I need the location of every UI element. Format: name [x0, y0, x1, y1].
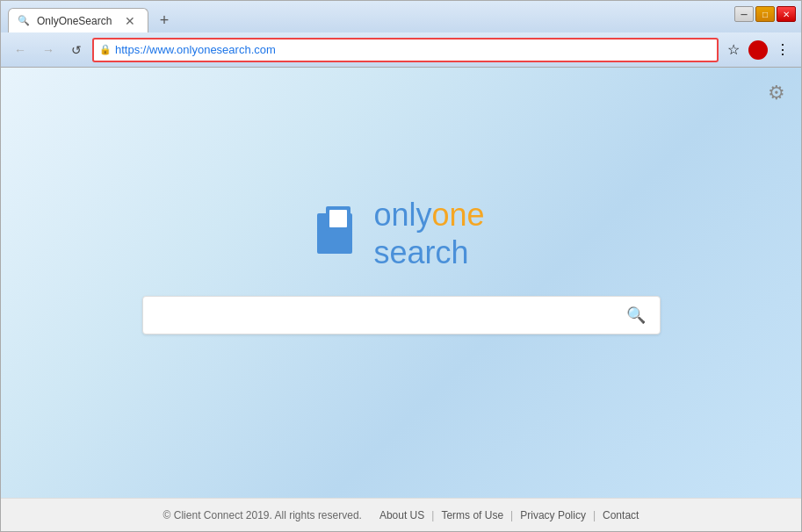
- logo-one: one: [431, 197, 484, 233]
- tab-area: 🔍 OnlyOneSearch ✕ +: [1, 8, 798, 32]
- extension-button[interactable]: [748, 40, 768, 60]
- logo-icon: [317, 206, 363, 261]
- new-tab-button[interactable]: +: [152, 10, 177, 31]
- logo-search: search: [373, 234, 484, 271]
- search-input[interactable]: [154, 308, 623, 323]
- reload-button[interactable]: ↺: [64, 38, 89, 62]
- tab-title: OnlyOneSearch: [37, 15, 114, 27]
- copyright-text: © Client Connect 2019. All rights reserv…: [163, 509, 362, 521]
- settings-icon[interactable]: ⚙: [768, 82, 785, 104]
- bookmark-star-button[interactable]: ☆: [722, 39, 745, 61]
- footer-links: About US | Terms of Use | Privacy Policy…: [379, 509, 639, 521]
- title-bar: 🔍 OnlyOneSearch ✕ + ─ □ ✕: [1, 1, 801, 32]
- browser-window: 🔍 OnlyOneSearch ✕ + ─ □ ✕ ← → ↺ 🔒 ☆ ⋮ ⚙: [0, 0, 802, 532]
- footer-contact-link[interactable]: Contact: [603, 509, 639, 521]
- footer-about-link[interactable]: About US: [379, 509, 424, 521]
- footer-sep-2: |: [510, 509, 513, 521]
- tab-favicon: 🔍: [18, 15, 30, 26]
- window-controls: ─ □ ✕: [734, 6, 796, 22]
- navigation-bar: ← → ↺ 🔒 ☆ ⋮: [1, 32, 801, 68]
- footer-sep-3: |: [593, 509, 596, 521]
- logo-container: onlyone search: [317, 196, 484, 271]
- search-bar-container: 🔍: [142, 296, 661, 334]
- svg-rect-2: [329, 210, 347, 227]
- footer-terms-link[interactable]: Terms of Use: [441, 509, 503, 521]
- logo-only: only: [373, 197, 431, 233]
- logo-text: onlyone search: [373, 196, 484, 271]
- footer: © Client Connect 2019. All rights reserv…: [1, 498, 801, 531]
- search-button[interactable]: 🔍: [623, 302, 649, 328]
- lock-icon: 🔒: [99, 44, 112, 55]
- footer-privacy-link[interactable]: Privacy Policy: [520, 509, 586, 521]
- forward-button[interactable]: →: [36, 38, 61, 62]
- minimize-button[interactable]: ─: [734, 6, 754, 22]
- maximize-button[interactable]: □: [755, 6, 775, 22]
- address-bar[interactable]: 🔒: [92, 38, 719, 62]
- main-content: onlyone search 🔍: [1, 68, 801, 498]
- nav-actions: ☆ ⋮: [722, 39, 794, 61]
- browser-menu-button[interactable]: ⋮: [771, 39, 794, 61]
- footer-sep-1: |: [431, 509, 434, 521]
- browser-content: ⚙ onlyone search: [1, 68, 801, 531]
- active-tab[interactable]: 🔍 OnlyOneSearch ✕: [8, 8, 148, 32]
- back-button[interactable]: ←: [8, 38, 33, 62]
- address-input[interactable]: [115, 43, 712, 56]
- tab-close-button[interactable]: ✕: [121, 12, 139, 30]
- close-button[interactable]: ✕: [777, 6, 796, 22]
